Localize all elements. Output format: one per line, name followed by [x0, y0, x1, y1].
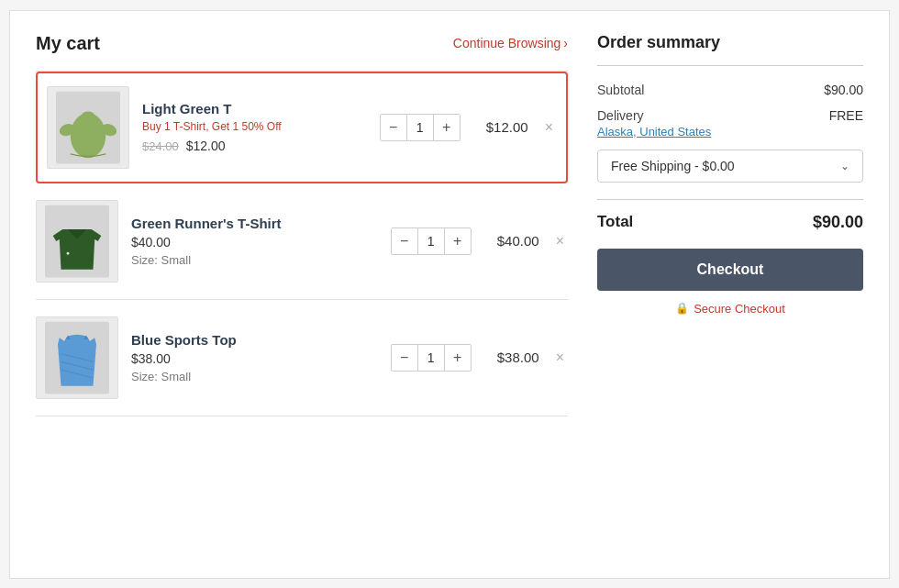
item-size-green-runners: Size: Small: [131, 253, 378, 267]
item-image-light-green-t: [47, 86, 129, 169]
qty-value-green-runners: 1: [417, 228, 445, 254]
page-wrapper: My cart Continue Browsing ›: [9, 10, 890, 579]
qty-increase-green-runners[interactable]: +: [445, 228, 471, 254]
shipping-option-label: Free Shipping - $0.00: [611, 159, 735, 173]
subtotal-row: Subtotal $90.00: [597, 83, 863, 97]
svg-text:●: ●: [66, 249, 70, 255]
shipping-dropdown[interactable]: Free Shipping - $0.00 ⌄: [597, 150, 863, 183]
delivery-location[interactable]: Alaska, United States: [597, 125, 711, 139]
qty-value-blue-sports-top: 1: [417, 345, 445, 371]
cart-item-blue-sports-top: Blue Sports Top $38.00 Size: Small − 1 +…: [36, 300, 568, 416]
total-row: Total $90.00: [597, 213, 863, 232]
cart-title: My cart: [36, 33, 100, 54]
qty-decrease-green-runners[interactable]: −: [392, 228, 417, 254]
order-summary-section: Order summary Subtotal $90.00 Delivery A…: [597, 33, 863, 556]
svg-point-4: [82, 111, 94, 119]
continue-browsing-link[interactable]: Continue Browsing ›: [453, 36, 568, 50]
lock-icon: 🔒: [675, 302, 689, 315]
summary-title: Order summary: [597, 33, 863, 52]
chevron-down-icon: ⌄: [840, 160, 849, 172]
summary-divider: [597, 65, 863, 66]
item-name-light-green-t: Light Green T: [142, 101, 367, 116]
total-label: Total: [597, 213, 633, 231]
subtotal-label: Subtotal: [597, 83, 644, 97]
remove-button-blue-sports-top[interactable]: ×: [552, 346, 568, 370]
svg-point-1: [71, 113, 106, 158]
qty-control-light-green-t: − 1 +: [380, 114, 461, 141]
item-info-light-green-t: Light Green T Buy 1 T-Shirt, Get 1 50% O…: [142, 101, 367, 153]
item-total-green-runners: $40.00: [484, 233, 539, 249]
item-promo-light-green-t: Buy 1 T-Shirt, Get 1 50% Off: [142, 120, 367, 133]
chevron-right-icon: ›: [563, 36, 568, 50]
continue-browsing-label: Continue Browsing: [453, 36, 561, 50]
item-image-green-runners: ●: [36, 200, 118, 283]
remove-button-light-green-t[interactable]: ×: [541, 116, 557, 139]
item-total-blue-sports-top: $38.00: [484, 349, 539, 365]
qty-control-green-runners: − 1 +: [391, 227, 472, 255]
item-price-original-light-green-t: $24.00: [142, 139, 179, 153]
qty-control-blue-sports-top: − 1 +: [391, 344, 472, 372]
item-size-blue-sports-top: Size: Small: [131, 370, 378, 383]
delivery-col: Delivery Alaska, United States: [597, 108, 711, 139]
item-price-green-runners: $40.00: [131, 235, 378, 250]
subtotal-value: $90.00: [824, 83, 863, 97]
item-price-current-light-green-t: $12.00: [186, 139, 226, 153]
delivery-value: FREE: [829, 108, 863, 123]
qty-increase-light-green-t[interactable]: +: [434, 115, 460, 140]
item-name-blue-sports-top: Blue Sports Top: [131, 332, 378, 348]
qty-increase-blue-sports-top[interactable]: +: [445, 345, 471, 371]
item-info-blue-sports-top: Blue Sports Top $38.00 Size: Small: [131, 332, 378, 383]
cart-header: My cart Continue Browsing ›: [36, 33, 568, 54]
remove-button-green-runners[interactable]: ×: [552, 229, 568, 253]
item-price-blue-sports-top: $38.00: [131, 351, 378, 366]
secure-checkout-label: Secure Checkout: [694, 302, 785, 316]
delivery-label: Delivery: [597, 108, 644, 123]
cart-section: My cart Continue Browsing ›: [36, 33, 568, 556]
checkout-button[interactable]: Checkout: [597, 249, 863, 291]
delivery-row: Delivery Alaska, United States FREE: [597, 108, 863, 139]
qty-value-light-green-t: 1: [406, 115, 434, 140]
qty-decrease-light-green-t[interactable]: −: [381, 115, 406, 140]
secure-checkout-link[interactable]: 🔒 Secure Checkout: [597, 302, 863, 316]
cart-item-green-runners: ● Green Runner's T-Shirt $40.00 Size: Sm…: [36, 183, 568, 300]
item-info-green-runners: Green Runner's T-Shirt $40.00 Size: Smal…: [131, 216, 378, 267]
cart-item-light-green-t: Light Green T Buy 1 T-Shirt, Get 1 50% O…: [36, 72, 568, 183]
item-name-green-runners: Green Runner's T-Shirt: [131, 216, 378, 231]
qty-decrease-blue-sports-top[interactable]: −: [392, 345, 417, 371]
total-value: $90.00: [813, 213, 863, 232]
item-total-light-green-t: $12.00: [473, 119, 528, 135]
item-image-blue-sports-top: [36, 316, 118, 399]
summary-divider2: [597, 199, 863, 200]
item-price-row-light-green-t: $24.00 $12.00: [142, 139, 367, 153]
